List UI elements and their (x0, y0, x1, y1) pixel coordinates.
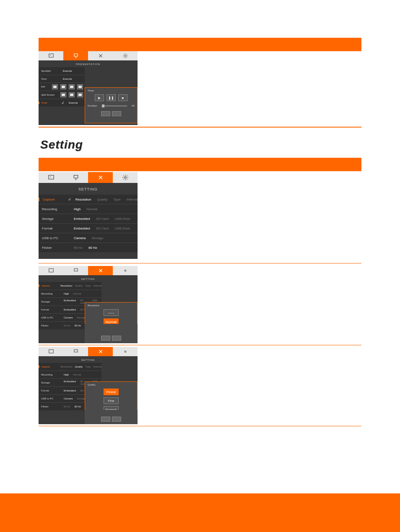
pip-opt-3[interactable] (69, 84, 75, 89)
svg-point-10 (125, 270, 126, 271)
divider-4 (39, 426, 361, 426)
row-recording[interactable]: Recording HighNormal (39, 204, 138, 214)
svg-rect-4 (49, 175, 54, 179)
row-recording[interactable]: RecordingHighNormal (39, 290, 101, 298)
row-usb-to-pc[interactable]: USB to PC CameraStorage (39, 233, 138, 243)
label: Timer (39, 102, 61, 104)
svg-point-13 (125, 351, 126, 352)
tab-bar (39, 51, 138, 60)
menu-left: Spotlight Execute Visor Execute PIP Spli… (39, 67, 85, 107)
popup-title: Quality (88, 383, 135, 386)
tab-image[interactable] (39, 51, 63, 60)
popup-title: Timer (88, 89, 135, 92)
row-recording[interactable]: RecordingHighNormal (39, 371, 101, 379)
image-icon (48, 349, 54, 355)
ok-button[interactable] (101, 417, 110, 422)
col-quality: Quality (97, 198, 108, 201)
presentation-icon (73, 53, 79, 59)
image-icon (48, 174, 55, 181)
tab-tools[interactable] (88, 266, 113, 275)
section-heading-setting: Setting (40, 138, 361, 151)
tab-bar (39, 172, 138, 183)
svg-point-5 (50, 177, 51, 177)
col-type: Type (113, 198, 120, 201)
cancel-button[interactable] (112, 417, 121, 422)
tab-presentation[interactable] (63, 172, 88, 183)
gear-icon (122, 174, 129, 181)
submenu-arrow-icon: ↲ (68, 197, 71, 201)
tab-image[interactable] (39, 172, 63, 183)
tab-tools[interactable] (88, 172, 113, 183)
screenshot-setting-quality: SETTING Capture ResolutionQualityTypeInt… (39, 347, 138, 424)
row-visor[interactable]: Visor Execute (39, 75, 85, 83)
row-pip[interactable]: PIP (39, 83, 85, 91)
row-timer[interactable]: Timer ↲ Execute (39, 99, 85, 107)
duration-slider[interactable] (102, 105, 127, 107)
svg-point-7 (125, 177, 126, 178)
label: Recording (39, 207, 72, 211)
menu-title: PRESENTATION (39, 60, 138, 67)
ss-opt-1[interactable] (60, 92, 66, 97)
tab-image[interactable] (39, 347, 63, 356)
tab-tools[interactable] (88, 51, 113, 60)
gear-icon (122, 268, 128, 274)
tools-icon (98, 53, 104, 59)
pip-opt-4[interactable] (77, 84, 83, 89)
row-capture[interactable]: Capture ↲ Resolution Quality Type Interv… (39, 195, 138, 204)
divider-1 (39, 127, 361, 128)
ok-button[interactable] (101, 336, 110, 341)
timer-play-button[interactable]: ▶ (95, 94, 104, 101)
screenshot-setting-resolution: SETTING Capture ResolutionQualityTypeInt… (39, 266, 138, 343)
row-capture[interactable]: Capture ResolutionQualityTypeInterval (39, 363, 101, 371)
tab-presentation[interactable] (63, 266, 88, 275)
cancel-button[interactable] (112, 111, 121, 116)
timer-pause-button[interactable]: ❚❚ (106, 94, 116, 101)
svg-rect-12 (74, 349, 77, 352)
tab-presentation[interactable] (63, 51, 88, 60)
duration-value: 60 (132, 104, 135, 107)
tab-tools[interactable] (88, 347, 113, 356)
svg-rect-6 (74, 175, 78, 178)
tab-presentation[interactable] (63, 347, 88, 356)
menu-title: SETTING (39, 183, 138, 195)
tab-settings[interactable] (113, 266, 138, 275)
menu-title: SETTING (39, 275, 138, 282)
ss-opt-3[interactable] (77, 92, 83, 97)
screenshot-presentation-timer: PRESENTATION Spotlight Execute Visor Exe… (39, 51, 138, 125)
label: Split Screen (39, 94, 59, 96)
row-format[interactable]: Format EmbeddedSD CardUSB Drive (39, 224, 138, 233)
quality-option-finest[interactable]: Finest (104, 389, 119, 395)
quality-option-fine[interactable]: Fine (104, 397, 119, 404)
row-splitscreen[interactable]: Split Screen (39, 91, 85, 99)
tab-settings[interactable] (113, 347, 138, 356)
tab-settings[interactable] (113, 172, 138, 183)
label: Visor (39, 78, 61, 80)
row-flicker[interactable]: Flicker 50 Hz60 Hz (39, 243, 138, 252)
row-storage[interactable]: Storage EmbeddedSD CardUSB Drive (39, 214, 138, 224)
presentation-icon (73, 349, 79, 355)
timer-stop-button[interactable]: ■ (118, 94, 127, 101)
svg-point-3 (125, 55, 126, 57)
pip-opt-2[interactable] (60, 84, 66, 89)
cancel-button[interactable] (112, 336, 121, 341)
page-footer-bar (0, 493, 400, 532)
resolution-option-1[interactable]: —— (104, 309, 119, 316)
label: Storage (39, 217, 72, 221)
row-capture[interactable]: Capture ResolutionQualityTypeInterval (39, 282, 101, 290)
ss-opt-2[interactable] (69, 92, 75, 97)
menu-title: SETTING (39, 356, 138, 363)
duration-label: Duration (88, 104, 97, 107)
popup-timer: Timer ▶ ❚❚ ■ Duration 60 (85, 87, 138, 123)
tab-settings[interactable] (113, 51, 138, 60)
label: PIP (39, 86, 50, 88)
tab-image[interactable] (39, 266, 63, 275)
value: Execute (63, 70, 72, 72)
popup-quality: Quality Finest Fine Normal (85, 381, 138, 411)
ok-button[interactable] (101, 111, 110, 116)
svg-rect-9 (74, 269, 77, 271)
tab-bar (39, 266, 138, 275)
screenshot-setting-main: SETTING Capture ↲ Resolution Quality Typ… (39, 172, 138, 259)
row-spotlight[interactable]: Spotlight Execute (39, 67, 85, 75)
popup-title: Resolution (88, 304, 135, 307)
pip-opt-1[interactable] (52, 84, 58, 89)
